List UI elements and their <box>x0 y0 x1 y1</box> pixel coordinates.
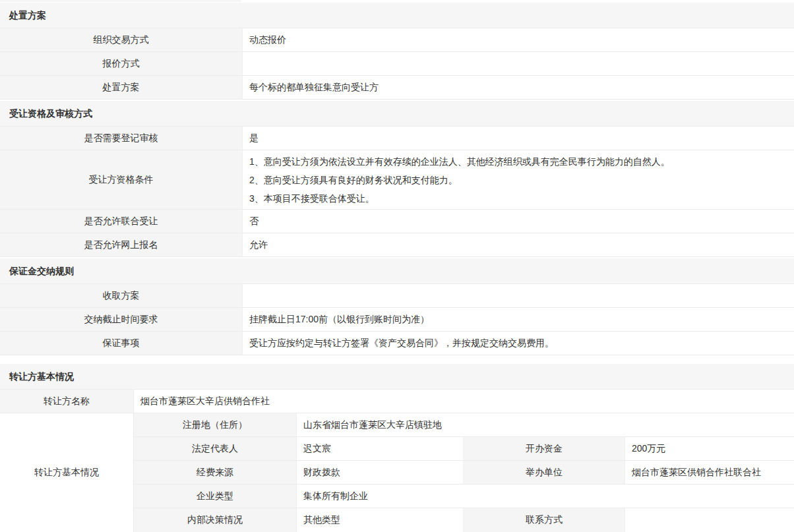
condition-line: 1、意向受让方须为依法设立并有效存续的企业法人、其他经济组织或具有完全民事行为能… <box>249 152 787 171</box>
condition-line: 2、意向受让方须具有良好的财务状况和支付能力。 <box>249 171 787 189</box>
field-label: 组织交易方式 <box>0 28 243 51</box>
section-title-transferor-info: 转让方基本情况 <box>0 364 794 390</box>
field-label: 受让方资格条件 <box>0 150 243 209</box>
table-row: 经费来源 财政拨款 举办单位 烟台市蓬莱区供销合作社联合社 <box>134 461 794 485</box>
field-value: 烟台市蓬莱区大辛店供销合作社 <box>134 390 794 413</box>
table-row: 处置方案 每个标的都单独征集意向受让方 <box>0 76 794 100</box>
field-value <box>243 284 794 307</box>
field-label: 保证事项 <box>0 332 243 355</box>
field-value <box>625 508 794 532</box>
field-label: 是否允许网上报名 <box>0 233 243 256</box>
field-label: 转让方名称 <box>0 390 134 413</box>
field-value: 迟文宸 <box>297 437 464 460</box>
field-value: 200万元 <box>625 437 794 460</box>
table-row: 收取方案 <box>0 284 794 308</box>
section-title-disposal-plan: 处置方案 <box>0 3 794 28</box>
field-value: 动态报价 <box>243 28 794 51</box>
table-row: 组织交易方式 动态报价 <box>0 28 794 52</box>
table-row: 是否需要登记审核 是 <box>0 127 794 150</box>
field-label: 注册地（住所） <box>134 413 297 436</box>
field-label: 企业类型 <box>134 485 297 508</box>
table-row: 内部决策情况 其他类型 联系方式 <box>134 508 794 532</box>
table-row: 注册地（住所） 山东省烟台市蓬莱区大辛店镇驻地 <box>134 413 794 437</box>
table-row: 是否允许联合受让 否 <box>0 210 794 233</box>
condition-line: 3、本项目不接受联合体受让。 <box>249 189 787 208</box>
table-row: 是否允许网上报名 允许 <box>0 233 794 257</box>
table-row: 法定代表人 迟文宸 开办资金 200万元 <box>134 437 794 461</box>
field-label: 开办资金 <box>464 437 625 460</box>
field-label: 收取方案 <box>0 284 243 307</box>
field-value: 挂牌截止日17:00前（以银行到账时间为准） <box>243 308 794 331</box>
table-row: 保证事项 受让方应按约定与转让方签署《资产交易合同》，并按规定交纳交易费用。 <box>0 332 794 355</box>
field-value: 每个标的都单独征集意向受让方 <box>243 76 794 99</box>
field-label: 联系方式 <box>464 508 625 532</box>
field-value: 否 <box>243 210 794 233</box>
field-label: 举办单位 <box>464 461 625 484</box>
section-title-transferee-qualification: 受让资格及审核方式 <box>0 101 794 127</box>
transferor-detail-group: 转让方基本情况 注册地（住所） 山东省烟台市蓬莱区大辛店镇驻地 法定代表人 迟文… <box>0 413 794 532</box>
table-row: 转让方名称 烟台市蓬莱区大辛店供销合作社 <box>0 390 794 413</box>
field-value: 集体所有制企业 <box>297 485 794 508</box>
group-label: 转让方基本情况 <box>0 413 134 532</box>
field-value: 是 <box>243 127 794 150</box>
field-value: 允许 <box>243 233 794 256</box>
section-title-deposit-rules: 保证金交纳规则 <box>0 258 794 284</box>
section-disposal-plan: 处置方案 组织交易方式 动态报价 报价方式 处置方案 每个标的都单独征集意向受让… <box>0 3 794 100</box>
field-label: 经费来源 <box>134 461 297 484</box>
table-row: 报价方式 <box>0 52 794 76</box>
section-transferor-info: 转让方基本情况 转让方名称 烟台市蓬莱区大辛店供销合作社 转让方基本情况 注册地… <box>0 364 794 532</box>
section-transferee-qualification: 受让资格及审核方式 是否需要登记审核 是 受让方资格条件 1、意向受让方须为依法… <box>0 101 794 257</box>
previous-row-value-cell <box>243 0 794 2</box>
table-row: 受让方资格条件 1、意向受让方须为依法设立并有效存续的企业法人、其他经济组织或具… <box>0 150 794 210</box>
field-label: 法定代表人 <box>134 437 297 460</box>
table-row: 交纳截止时间要求 挂牌截止日17:00前（以银行到账时间为准） <box>0 308 794 332</box>
field-label: 是否允许联合受让 <box>0 210 243 233</box>
field-value <box>243 52 794 75</box>
group-body: 注册地（住所） 山东省烟台市蓬莱区大辛店镇驻地 法定代表人 迟文宸 开办资金 2… <box>134 413 794 532</box>
field-label: 处置方案 <box>0 76 243 99</box>
field-value: 山东省烟台市蓬莱区大辛店镇驻地 <box>297 413 794 436</box>
field-label: 交纳截止时间要求 <box>0 308 243 331</box>
field-label: 内部决策情况 <box>134 508 297 532</box>
field-value: 其他类型 <box>297 508 464 532</box>
field-value: 烟台市蓬莱区供销合作社联合社 <box>625 461 794 484</box>
table-row: 企业类型 集体所有制企业 <box>134 485 794 508</box>
previous-row-label-cell <box>0 0 243 2</box>
field-value: 受让方应按约定与转让方签署《资产交易合同》，并按规定交纳交易费用。 <box>243 332 794 355</box>
field-value: 1、意向受让方须为依法设立并有效存续的企业法人、其他经济组织或具有完全民事行为能… <box>243 150 794 209</box>
asset-listing-detail-page: 处置方案 组织交易方式 动态报价 报价方式 处置方案 每个标的都单独征集意向受让… <box>0 0 794 532</box>
field-label: 是否需要登记审核 <box>0 127 243 150</box>
field-label: 报价方式 <box>0 52 243 75</box>
field-value: 财政拨款 <box>297 461 464 484</box>
section-deposit-rules: 保证金交纳规则 收取方案 交纳截止时间要求 挂牌截止日17:00前（以银行到账时… <box>0 258 794 355</box>
